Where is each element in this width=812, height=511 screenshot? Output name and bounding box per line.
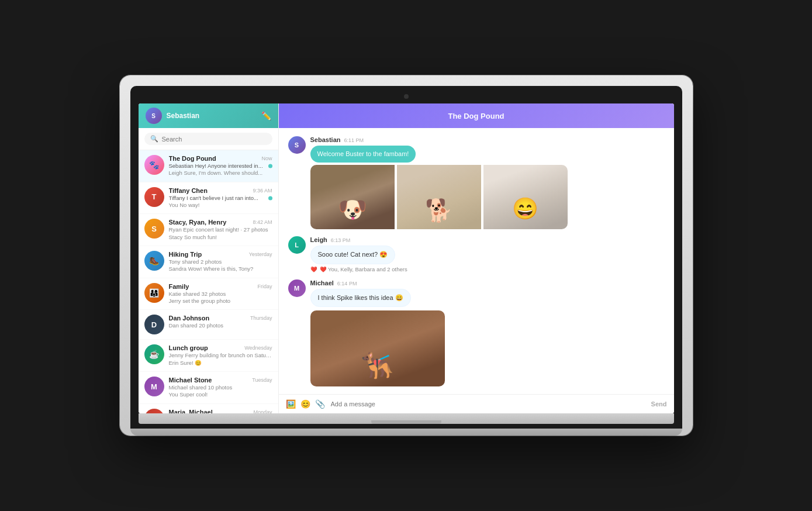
conv-name: Family xyxy=(169,283,189,290)
conv-preview: Tiffany I can't believe I just ran into.… xyxy=(169,195,272,202)
conv-content: Tiffany Chen 9:36 AM Tiffany I can't bel… xyxy=(169,187,272,209)
conv-name: Maria, Michael xyxy=(169,409,213,413)
camera-dot xyxy=(404,94,409,99)
avatar: D xyxy=(144,315,164,334)
message-group: S Sebastian 6:11 PM Welcome Buster to th… xyxy=(288,136,665,229)
message-group: L Leigh 6:13 PM Sooo cute! Cat next? 😍 ❤… xyxy=(288,236,665,272)
photo-grid xyxy=(310,165,568,229)
conv-preview-2: Leigh Sure, I'm down. Where should... xyxy=(169,170,272,177)
conv-preview: Tony shared 2 photos xyxy=(169,258,272,265)
chat-messages[interactable]: S Sebastian 6:11 PM Welcome Buster to th… xyxy=(279,128,674,394)
list-item[interactable]: ☕ Lunch group Wednesday Jenny Ferry buil… xyxy=(139,340,278,372)
conv-name: Lunch group xyxy=(169,344,208,351)
msg-bubble: I think Spike likes this idea 😄 xyxy=(310,289,411,307)
laptop-screen: S Sebastian ✏️ 🔍 xyxy=(139,103,674,413)
chat-header: The Dog Pound xyxy=(279,103,674,128)
search-input[interactable] xyxy=(162,136,267,143)
list-item[interactable]: D Dan Johnson Thursday Dan shared 20 pho… xyxy=(139,310,278,340)
conv-content: Hiking Trip Yesterday Tony shared 2 phot… xyxy=(169,251,272,273)
conv-preview: Jenny Ferry building for brunch on Satur… xyxy=(169,352,272,359)
photo-icon[interactable]: 🖼️ xyxy=(286,399,296,409)
message-input[interactable] xyxy=(331,400,645,408)
msg-time: 6:11 PM xyxy=(344,137,364,143)
list-item[interactable]: M Michael Stone Tuesday Michael shared 1… xyxy=(139,372,278,404)
conv-content: Stacy, Ryan, Henry 8:42 AM Ryan Epic con… xyxy=(169,219,272,241)
conv-time: 8:42 AM xyxy=(253,219,272,225)
conv-name: The Dog Pound xyxy=(169,155,216,162)
search-icon: 🔍 xyxy=(150,135,158,143)
reaction-heart: ❤️ xyxy=(310,266,317,272)
reaction-text: ❤️ You, Kelly, Barbara and 2 others xyxy=(320,266,407,272)
msg-sender: Leigh xyxy=(310,236,327,243)
compose-icon[interactable]: ✏️ xyxy=(261,111,271,120)
conv-time: Now xyxy=(261,156,272,161)
conv-preview-2: Jerry set the group photo xyxy=(169,298,272,305)
sidebar-header: S Sebastian ✏️ xyxy=(139,103,278,128)
msg-bubble: Welcome Buster to the fambam! xyxy=(310,146,416,163)
conv-time: Tuesday xyxy=(252,377,272,383)
conv-time: Wednesday xyxy=(244,345,272,351)
conv-name: Stacy, Ryan, Henry xyxy=(169,219,227,226)
app-container: S Sebastian ✏️ 🔍 xyxy=(139,103,674,413)
list-item[interactable]: 👨‍👩‍👧 Family Friday Katie shared 32 phot… xyxy=(139,278,278,310)
conv-content: The Dog Pound Now Sebastian Hey! Anyone … xyxy=(169,155,272,177)
avatar: ☕ xyxy=(144,344,164,364)
conv-time: 9:36 AM xyxy=(253,188,272,194)
photo-cell[interactable] xyxy=(483,165,568,229)
conv-time: Thursday xyxy=(250,315,272,321)
attach-icon[interactable]: 📎 xyxy=(315,399,325,409)
avatar: S xyxy=(288,136,306,154)
unread-indicator xyxy=(268,164,272,168)
list-item[interactable]: 🐾 The Dog Pound Now Sebastian Hey! Anyon… xyxy=(139,150,278,182)
sidebar: S Sebastian ✏️ 🔍 xyxy=(139,103,279,413)
list-item[interactable]: 🥾 Hiking Trip Yesterday Tony shared 2 ph… xyxy=(139,246,278,278)
send-button[interactable]: Send xyxy=(651,400,667,408)
photo-cell[interactable] xyxy=(310,165,395,229)
laptop-base xyxy=(139,413,674,424)
avatar: S xyxy=(144,219,164,239)
conv-time: Friday xyxy=(257,284,272,289)
conv-preview-2: You Super cool! xyxy=(169,391,272,398)
conv-preview: Dan shared 20 photos xyxy=(169,322,272,329)
chat-input-bar: 🖼️ 😊 📎 Send xyxy=(279,394,674,413)
list-item[interactable]: T Tiffany Chen 9:36 AM Tiffany I can't b… xyxy=(139,182,278,215)
conv-time: Yesterday xyxy=(249,251,272,257)
search-input-wrap[interactable]: 🔍 xyxy=(144,133,272,145)
msg-reactions: ❤️ ❤️ You, Kelly, Barbara and 2 others xyxy=(310,266,665,272)
msg-sender: Sebastian xyxy=(310,136,341,143)
msg-bubble: Sooo cute! Cat next? 😍 xyxy=(310,246,396,264)
conv-preview-2: You No way! xyxy=(169,202,272,209)
conversation-list: 🐾 The Dog Pound Now Sebastian Hey! Anyon… xyxy=(139,150,278,413)
list-item[interactable]: S Stacy, Ryan, Henry 8:42 AM Ryan Epic c… xyxy=(139,214,278,246)
photo-cell[interactable] xyxy=(397,165,481,229)
avatar: T xyxy=(144,187,164,207)
conv-content: Dan Johnson Thursday Dan shared 20 photo… xyxy=(169,315,272,329)
unread-indicator xyxy=(268,196,272,200)
main-chat: The Dog Pound S Sebastian 6:11 PM xyxy=(279,103,674,413)
conv-preview-2: Erin Sure! 😊 xyxy=(169,360,272,367)
conv-preview-2: Sandra Wow! Where is this, Tony? xyxy=(169,265,272,272)
sidebar-user: S Sebastian xyxy=(146,108,200,124)
laptop-bottom xyxy=(130,429,682,436)
emoji-icon[interactable]: 😊 xyxy=(300,399,310,409)
avatar: 🥾 xyxy=(144,251,164,271)
avatar: 🐾 xyxy=(144,155,164,175)
list-item[interactable]: ☕ Maria, Michael Monday Maria What are y… xyxy=(139,404,278,413)
msg-body: Sebastian 6:11 PM Welcome Buster to the … xyxy=(310,136,665,229)
avatar: L xyxy=(288,236,306,254)
conv-preview: Sebastian Hey! Anyone interested in... xyxy=(169,163,272,170)
single-photo[interactable] xyxy=(310,310,445,386)
sidebar-username: Sebastian xyxy=(167,112,200,120)
search-bar: 🔍 xyxy=(139,128,278,150)
conv-name: Tiffany Chen xyxy=(169,187,208,194)
conv-preview-2: Stacy So much fun! xyxy=(169,234,272,241)
conv-content: Michael Stone Tuesday Michael shared 10 … xyxy=(169,377,272,399)
screen-bezel: S Sebastian ✏️ 🔍 xyxy=(130,86,682,429)
msg-time: 6:14 PM xyxy=(337,281,357,286)
conv-time: Monday xyxy=(253,409,272,413)
msg-body: Michael 6:14 PM I think Spike likes this… xyxy=(310,279,665,386)
chat-title: The Dog Pound xyxy=(448,112,504,120)
laptop-frame: S Sebastian ✏️ 🔍 xyxy=(120,75,693,436)
msg-body: Leigh 6:13 PM Sooo cute! Cat next? 😍 ❤️ … xyxy=(310,236,665,272)
avatar: ☕ xyxy=(144,409,164,413)
